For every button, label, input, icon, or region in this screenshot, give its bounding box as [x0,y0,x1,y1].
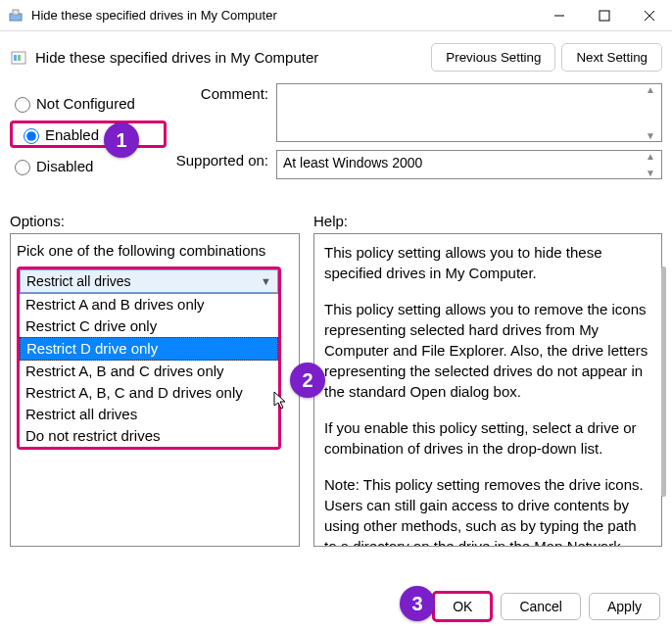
cancel-button[interactable]: Cancel [501,593,581,620]
app-icon [8,8,24,24]
dropdown-item[interactable]: Restrict D drive only [20,337,278,361]
help-paragraph: This policy setting allows you to hide t… [324,242,651,283]
radio-disabled-input[interactable] [15,160,30,175]
annotation-badge-1: 1 [104,122,139,158]
maximize-button[interactable] [582,0,627,31]
window-titlebar: Hide these specified drives in My Comput… [0,0,672,31]
close-button[interactable] [627,0,672,31]
help-scrollbar[interactable] [661,267,666,497]
svg-rect-8 [18,55,21,61]
options-section-label: Options: [10,213,300,229]
svg-rect-7 [14,55,17,61]
supported-label: Supported on: [167,150,276,179]
ok-button[interactable]: OK [432,591,493,622]
next-setting-button[interactable]: Next Setting [561,43,662,72]
annotation-badge-2: 2 [290,363,325,398]
annotation-badge-3: 3 [400,586,435,621]
supported-spin[interactable]: ▲▼ [646,151,659,178]
dropdown-list[interactable]: Restrict A and B drives onlyRestrict C d… [20,293,278,447]
help-paragraph: Note: This policy setting removes the dr… [324,474,651,547]
policy-header: Hide these specified drives in My Comput… [0,31,672,79]
dropdown-item[interactable]: Do not restrict drives [20,425,278,447]
supported-on-field: At least Windows 2000 ▲▼ [276,150,662,179]
radio-enabled-input[interactable] [24,128,39,144]
drive-restriction-dropdown[interactable]: Restrict all drives ▼ Restrict A and B d… [17,267,281,450]
window-title: Hide these specified drives in My Comput… [31,8,537,23]
policy-icon [10,49,27,67]
radio-enabled-label: Enabled [45,126,99,143]
dropdown-item[interactable]: Restrict C drive only [20,315,278,337]
radio-not-configured-label: Not Configured [36,95,135,112]
help-section-label: Help: [300,213,662,229]
comment-spin[interactable]: ▲▼ [646,84,659,141]
minimize-button[interactable] [537,0,582,31]
policy-title: Hide these specified drives in My Comput… [35,49,425,66]
apply-button[interactable]: Apply [589,593,660,620]
dropdown-item[interactable]: Restrict A and B drives only [20,294,278,315]
radio-enabled[interactable]: Enabled [10,121,167,148]
previous-setting-button[interactable]: Previous Setting [431,43,555,72]
options-prompt: Pick one of the following combinations [17,242,293,259]
radio-not-configured-input[interactable] [15,97,30,113]
dropdown-item[interactable]: Restrict A, B and C drives only [20,361,278,382]
options-pane: Pick one of the following combinations R… [10,233,300,547]
radio-disabled-label: Disabled [36,158,93,174]
radio-not-configured[interactable]: Not Configured [10,89,167,117]
help-paragraph: If you enable this policy setting, selec… [324,417,651,459]
svg-rect-1 [13,10,19,15]
supported-on-value: At least Windows 2000 [283,155,422,170]
dropdown-item[interactable]: Restrict all drives [20,404,278,425]
dropdown-item[interactable]: Restrict A, B, C and D drives only [20,382,278,404]
dropdown-selected-text: Restrict all drives [26,273,131,289]
svg-rect-3 [600,11,609,21]
dialog-footer: OK Cancel Apply [0,583,672,630]
comment-label: Comment: [167,83,276,142]
chevron-down-icon: ▼ [261,275,271,287]
help-paragraph: This policy setting allows you to remove… [324,299,651,402]
radio-disabled[interactable]: Disabled [10,152,167,179]
comment-textarea[interactable]: ▲▼ [276,83,662,142]
dropdown-selected[interactable]: Restrict all drives ▼ [20,269,278,293]
help-pane[interactable]: This policy setting allows you to hide t… [313,233,662,547]
